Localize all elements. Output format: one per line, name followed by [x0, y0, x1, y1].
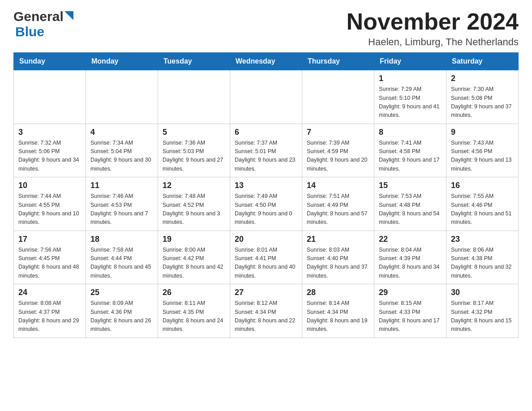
day-info: Sunrise: 7:36 AM Sunset: 5:03 PM Dayligh… — [163, 139, 225, 174]
calendar-cell: 2Sunrise: 7:30 AM Sunset: 5:08 PM Daylig… — [446, 70, 519, 124]
col-header-thursday: Thursday — [302, 53, 374, 70]
day-info: Sunrise: 8:14 AM Sunset: 4:34 PM Dayligh… — [307, 299, 369, 334]
calendar-cell — [14, 70, 86, 124]
day-number: 24 — [18, 288, 81, 297]
week-row-3: 10Sunrise: 7:44 AM Sunset: 4:55 PM Dayli… — [14, 177, 519, 231]
day-number: 16 — [451, 181, 514, 190]
day-number: 29 — [379, 288, 442, 297]
day-number: 30 — [451, 288, 514, 297]
logo-general: General — [13, 9, 64, 24]
calendar-cell: 8Sunrise: 7:41 AM Sunset: 4:58 PM Daylig… — [374, 124, 446, 177]
day-info: Sunrise: 7:37 AM Sunset: 5:01 PM Dayligh… — [235, 139, 297, 174]
day-info: Sunrise: 7:55 AM Sunset: 4:46 PM Dayligh… — [451, 192, 514, 227]
day-number: 17 — [18, 235, 81, 244]
day-info: Sunrise: 8:04 AM Sunset: 4:39 PM Dayligh… — [379, 246, 442, 281]
day-info: Sunrise: 7:53 AM Sunset: 4:48 PM Dayligh… — [379, 192, 442, 227]
calendar-cell: 16Sunrise: 7:55 AM Sunset: 4:46 PM Dayli… — [446, 177, 519, 231]
day-number: 3 — [18, 128, 81, 137]
day-info: Sunrise: 7:58 AM Sunset: 4:44 PM Dayligh… — [90, 246, 153, 281]
day-number: 22 — [379, 235, 442, 244]
day-number: 4 — [90, 128, 153, 137]
calendar-cell — [302, 70, 374, 124]
calendar-cell: 29Sunrise: 8:15 AM Sunset: 4:33 PM Dayli… — [374, 284, 446, 338]
day-number: 11 — [90, 181, 153, 190]
calendar-cell: 23Sunrise: 8:06 AM Sunset: 4:38 PM Dayli… — [446, 231, 519, 284]
day-number: 23 — [451, 235, 514, 244]
month-title: November 2024 — [347, 9, 519, 34]
day-number: 21 — [307, 235, 369, 244]
day-number: 7 — [307, 128, 369, 137]
day-info: Sunrise: 7:30 AM Sunset: 5:08 PM Dayligh… — [451, 85, 514, 120]
day-number: 10 — [18, 181, 81, 190]
day-info: Sunrise: 8:06 AM Sunset: 4:38 PM Dayligh… — [451, 246, 514, 281]
day-info: Sunrise: 8:12 AM Sunset: 4:34 PM Dayligh… — [235, 299, 297, 334]
calendar-cell — [86, 70, 158, 124]
calendar-cell: 12Sunrise: 7:48 AM Sunset: 4:52 PM Dayli… — [158, 177, 230, 231]
day-info: Sunrise: 8:08 AM Sunset: 4:37 PM Dayligh… — [18, 299, 81, 334]
day-info: Sunrise: 8:17 AM Sunset: 4:32 PM Dayligh… — [451, 299, 514, 334]
calendar-cell: 1Sunrise: 7:29 AM Sunset: 5:10 PM Daylig… — [374, 70, 446, 124]
calendar-cell: 11Sunrise: 7:46 AM Sunset: 4:53 PM Dayli… — [86, 177, 158, 231]
week-row-5: 24Sunrise: 8:08 AM Sunset: 4:37 PM Dayli… — [14, 284, 519, 338]
day-info: Sunrise: 7:49 AM Sunset: 4:50 PM Dayligh… — [235, 192, 297, 227]
day-info: Sunrise: 7:29 AM Sunset: 5:10 PM Dayligh… — [379, 85, 442, 120]
day-info: Sunrise: 7:46 AM Sunset: 4:53 PM Dayligh… — [90, 192, 153, 227]
calendar-cell: 13Sunrise: 7:49 AM Sunset: 4:50 PM Dayli… — [230, 177, 302, 231]
logo-blue-text: Blue — [15, 24, 44, 39]
day-number: 15 — [379, 181, 442, 190]
col-header-sunday: Sunday — [14, 53, 86, 70]
day-number: 9 — [451, 128, 514, 137]
day-number: 25 — [90, 288, 153, 297]
calendar-cell: 10Sunrise: 7:44 AM Sunset: 4:55 PM Dayli… — [14, 177, 86, 231]
calendar-cell: 7Sunrise: 7:39 AM Sunset: 4:59 PM Daylig… — [302, 124, 374, 177]
day-info: Sunrise: 7:44 AM Sunset: 4:55 PM Dayligh… — [18, 192, 81, 227]
calendar-cell: 9Sunrise: 7:43 AM Sunset: 4:56 PM Daylig… — [446, 124, 519, 177]
col-header-monday: Monday — [86, 53, 158, 70]
day-number: 6 — [235, 128, 297, 137]
day-number: 26 — [163, 288, 225, 297]
logo-top: General — [13, 9, 73, 24]
col-header-friday: Friday — [374, 53, 446, 70]
page-header: General Blue November 2024 Haelen, Limbu… — [13, 9, 519, 48]
day-info: Sunrise: 7:56 AM Sunset: 4:45 PM Dayligh… — [18, 246, 81, 281]
calendar-cell: 18Sunrise: 7:58 AM Sunset: 4:44 PM Dayli… — [86, 231, 158, 284]
calendar-cell: 26Sunrise: 8:11 AM Sunset: 4:35 PM Dayli… — [158, 284, 230, 338]
day-info: Sunrise: 7:48 AM Sunset: 4:52 PM Dayligh… — [163, 192, 225, 227]
calendar-cell: 3Sunrise: 7:32 AM Sunset: 5:06 PM Daylig… — [14, 124, 86, 177]
calendar-cell — [158, 70, 230, 124]
day-number: 20 — [235, 235, 297, 244]
day-info: Sunrise: 7:43 AM Sunset: 4:56 PM Dayligh… — [451, 139, 514, 174]
day-number: 13 — [235, 181, 297, 190]
calendar-cell: 27Sunrise: 8:12 AM Sunset: 4:34 PM Dayli… — [230, 284, 302, 338]
calendar-cell: 28Sunrise: 8:14 AM Sunset: 4:34 PM Dayli… — [302, 284, 374, 338]
col-header-wednesday: Wednesday — [230, 53, 302, 70]
day-number: 8 — [379, 128, 442, 137]
day-number: 27 — [235, 288, 297, 297]
calendar-cell: 5Sunrise: 7:36 AM Sunset: 5:03 PM Daylig… — [158, 124, 230, 177]
title-section: November 2024 Haelen, Limburg, The Nethe… — [347, 9, 519, 48]
svg-marker-0 — [64, 11, 73, 20]
calendar-cell: 20Sunrise: 8:01 AM Sunset: 4:41 PM Dayli… — [230, 231, 302, 284]
col-header-saturday: Saturday — [446, 53, 519, 70]
day-info: Sunrise: 8:09 AM Sunset: 4:36 PM Dayligh… — [90, 299, 153, 334]
calendar-cell: 25Sunrise: 8:09 AM Sunset: 4:36 PM Dayli… — [86, 284, 158, 338]
calendar-cell: 22Sunrise: 8:04 AM Sunset: 4:39 PM Dayli… — [374, 231, 446, 284]
day-number: 2 — [451, 74, 514, 83]
col-header-tuesday: Tuesday — [158, 53, 230, 70]
day-info: Sunrise: 7:32 AM Sunset: 5:06 PM Dayligh… — [18, 139, 81, 174]
calendar-cell: 6Sunrise: 7:37 AM Sunset: 5:01 PM Daylig… — [230, 124, 302, 177]
day-info: Sunrise: 8:01 AM Sunset: 4:41 PM Dayligh… — [235, 246, 297, 281]
calendar-cell: 24Sunrise: 8:08 AM Sunset: 4:37 PM Dayli… — [14, 284, 86, 338]
logo: General Blue — [13, 9, 73, 39]
logo-blue-label: Blue — [15, 24, 44, 39]
day-number: 14 — [307, 181, 369, 190]
day-info: Sunrise: 7:34 AM Sunset: 5:04 PM Dayligh… — [90, 139, 153, 174]
logo-triangle-icon — [64, 11, 73, 20]
week-row-2: 3Sunrise: 7:32 AM Sunset: 5:06 PM Daylig… — [14, 124, 519, 177]
day-number: 28 — [307, 288, 369, 297]
day-info: Sunrise: 8:00 AM Sunset: 4:42 PM Dayligh… — [163, 246, 225, 281]
day-number: 18 — [90, 235, 153, 244]
calendar-header-row: SundayMondayTuesdayWednesdayThursdayFrid… — [14, 53, 519, 70]
calendar-cell: 14Sunrise: 7:51 AM Sunset: 4:49 PM Dayli… — [302, 177, 374, 231]
day-number: 1 — [379, 74, 442, 83]
